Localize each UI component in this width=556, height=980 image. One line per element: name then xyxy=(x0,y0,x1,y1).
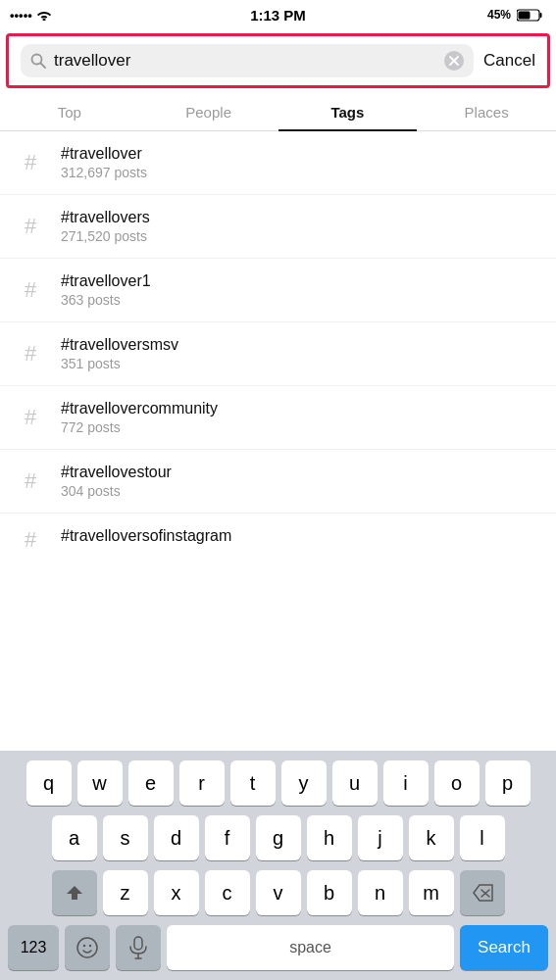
list-item[interactable]: # #travellovercommunity 772 posts xyxy=(0,386,556,450)
svg-rect-13 xyxy=(134,937,142,950)
key-k[interactable]: k xyxy=(409,815,454,860)
hash-icon: # xyxy=(16,468,45,494)
key-r[interactable]: r xyxy=(179,760,225,806)
cancel-button[interactable]: Cancel xyxy=(483,51,535,71)
key-e[interactable]: e xyxy=(128,760,174,806)
search-icon xyxy=(30,53,46,69)
search-bar-area: travellover Cancel xyxy=(6,33,550,88)
search-input[interactable]: travellover xyxy=(54,51,436,71)
hash-icon: # xyxy=(16,214,45,239)
key-b[interactable]: b xyxy=(307,870,352,915)
key-c[interactable]: c xyxy=(205,870,250,915)
list-item[interactable]: # #travelloversmsv 351 posts xyxy=(0,322,556,386)
key-m[interactable]: m xyxy=(409,870,454,915)
tabs-bar: Top People Tags Places xyxy=(0,92,556,131)
svg-line-5 xyxy=(41,64,46,69)
battery-text: 45% xyxy=(487,8,511,22)
hash-icon: # xyxy=(16,277,45,303)
keyboard: q w e r t y u i o p a s d f g h j k l z … xyxy=(0,751,556,980)
svg-point-0 xyxy=(42,19,45,22)
mic-key[interactable] xyxy=(116,925,161,970)
svg-rect-2 xyxy=(540,13,542,18)
key-l[interactable]: l xyxy=(460,815,505,860)
key-o[interactable]: o xyxy=(434,760,480,806)
key-s[interactable]: s xyxy=(103,815,148,860)
svg-point-11 xyxy=(83,945,85,947)
hash-icon: # xyxy=(16,527,45,549)
shift-icon xyxy=(65,883,84,903)
result-count: 304 posts xyxy=(61,483,172,499)
result-tag: #travelloversofinstagram xyxy=(61,527,231,545)
list-item[interactable]: # #travellover1 363 posts xyxy=(0,259,556,322)
space-key[interactable]: space xyxy=(167,925,454,970)
carrier-text: ••••• xyxy=(10,8,32,23)
battery-icon xyxy=(517,9,542,22)
clear-icon xyxy=(448,55,460,67)
status-right: 45% xyxy=(487,8,542,22)
emoji-key[interactable] xyxy=(65,925,110,970)
status-time: 1:13 PM xyxy=(250,7,306,24)
key-a[interactable]: a xyxy=(52,815,97,860)
key-f[interactable]: f xyxy=(205,815,250,860)
hash-icon: # xyxy=(16,341,45,367)
result-text: #travelloversmsv 351 posts xyxy=(61,336,178,371)
svg-point-10 xyxy=(77,938,97,957)
key-i[interactable]: i xyxy=(383,760,429,806)
hash-icon: # xyxy=(16,150,45,175)
result-count: 772 posts xyxy=(61,419,218,435)
result-count: 351 posts xyxy=(61,356,178,371)
status-bar: ••••• 1:13 PM 45% xyxy=(0,0,556,29)
result-text: #travellover 312,697 posts xyxy=(61,145,147,180)
tab-places[interactable]: Places xyxy=(417,92,556,130)
numbers-key[interactable]: 123 xyxy=(8,925,59,970)
status-left: ••••• xyxy=(10,8,52,23)
list-item[interactable]: # #travellovestour 304 posts xyxy=(0,450,556,514)
result-text: #travellover1 363 posts xyxy=(61,272,151,308)
result-text: #travellovercommunity 772 posts xyxy=(61,400,218,435)
key-g[interactable]: g xyxy=(256,815,301,860)
key-w[interactable]: w xyxy=(77,760,123,806)
result-count: 363 posts xyxy=(61,292,151,308)
key-v[interactable]: v xyxy=(256,870,301,915)
result-count: 271,520 posts xyxy=(61,228,150,244)
search-button[interactable]: Search xyxy=(460,925,548,970)
emoji-icon xyxy=(76,936,99,959)
key-j[interactable]: j xyxy=(358,815,403,860)
delete-icon xyxy=(472,884,493,902)
tab-tags[interactable]: Tags xyxy=(278,92,418,130)
result-tag: #travellover xyxy=(61,145,147,163)
result-text: #travellovestour 304 posts xyxy=(61,464,172,499)
key-d[interactable]: d xyxy=(154,815,199,860)
key-y[interactable]: y xyxy=(281,760,327,806)
keyboard-row-1: q w e r t y u i o p xyxy=(4,760,552,806)
keyboard-row-3: z x c v b n m xyxy=(4,870,552,915)
key-x[interactable]: x xyxy=(154,870,199,915)
tab-people[interactable]: People xyxy=(139,92,278,130)
svg-point-12 xyxy=(89,945,91,947)
key-q[interactable]: q xyxy=(26,760,72,806)
key-z[interactable]: z xyxy=(103,870,148,915)
key-h[interactable]: h xyxy=(307,815,352,860)
mic-icon xyxy=(128,936,148,959)
keyboard-bottom-row: 123 space Search xyxy=(4,925,552,970)
result-tag: #travellovercommunity xyxy=(61,400,218,417)
keyboard-row-2: a s d f g h j k l xyxy=(4,815,552,860)
result-count: 312,697 posts xyxy=(61,165,147,180)
clear-button[interactable] xyxy=(444,51,464,71)
search-input-wrapper[interactable]: travellover xyxy=(21,44,474,77)
key-u[interactable]: u xyxy=(332,760,378,806)
result-tag: #travellovestour xyxy=(61,464,172,481)
shift-key[interactable] xyxy=(52,870,97,915)
key-p[interactable]: p xyxy=(485,760,531,806)
svg-rect-3 xyxy=(519,11,531,19)
list-item-partial[interactable]: # #travelloversofinstagram xyxy=(0,514,556,549)
result-text: #travellovers 271,520 posts xyxy=(61,209,150,244)
hash-icon: # xyxy=(16,405,45,430)
list-item[interactable]: # #travellover 312,697 posts xyxy=(0,131,556,195)
tab-top[interactable]: Top xyxy=(0,92,139,130)
wifi-icon xyxy=(36,9,52,21)
key-n[interactable]: n xyxy=(358,870,403,915)
delete-key[interactable] xyxy=(460,870,505,915)
key-t[interactable]: t xyxy=(230,760,276,806)
list-item[interactable]: # #travellovers 271,520 posts xyxy=(0,195,556,259)
